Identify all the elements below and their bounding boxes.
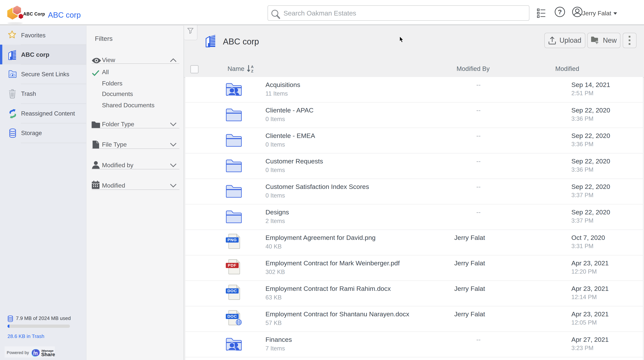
svg-text:?: ?: [558, 8, 562, 15]
svg-text:m: m: [33, 350, 38, 356]
svg-text:Z: Z: [251, 69, 254, 73]
svg-text:DOC: DOC: [227, 289, 237, 293]
svg-text:A: A: [251, 65, 254, 69]
svg-text:PNG: PNG: [228, 238, 237, 242]
svg-text:PDF: PDF: [228, 263, 236, 268]
svg-text:DOC: DOC: [227, 314, 237, 319]
